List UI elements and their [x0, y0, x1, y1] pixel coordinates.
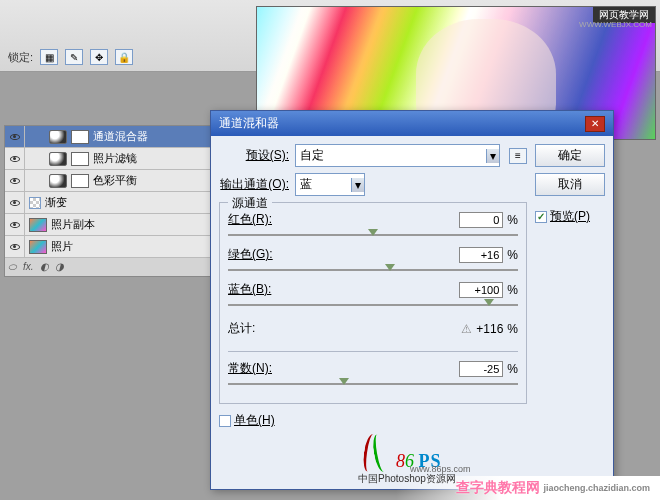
- constant-value-input[interactable]: -25: [459, 361, 503, 377]
- layer-name: 色彩平衡: [93, 173, 137, 188]
- layer-name: 照片: [51, 239, 73, 254]
- layer-row[interactable]: 渐变: [5, 192, 213, 214]
- adjustment-icon[interactable]: ◑: [55, 261, 64, 273]
- red-label: 红色(R):: [228, 211, 272, 228]
- footer-url: jiaocheng.chazidian.com: [543, 483, 650, 493]
- layers-footer: ⬭ fx. ◐ ◑: [5, 258, 213, 276]
- fx-icon[interactable]: fx.: [23, 261, 34, 273]
- blue-label: 蓝色(B):: [228, 281, 271, 298]
- layer-name: 照片滤镜: [93, 151, 137, 166]
- constant-label: 常数(N):: [228, 360, 272, 377]
- group-title: 源通道: [228, 195, 272, 212]
- layer-row[interactable]: 照片副本: [5, 214, 213, 236]
- preset-value: 自定: [300, 147, 324, 164]
- mask-thumbnail: [71, 174, 89, 188]
- blue-value-input[interactable]: +100: [459, 282, 503, 298]
- preset-combobox[interactable]: 自定 ▾: [295, 144, 500, 167]
- source-channels-group: 源通道 红色(R): 0% 绿色(G): +16%: [219, 202, 527, 404]
- layer-name: 通道混合器: [93, 129, 148, 144]
- divider: [228, 351, 518, 352]
- preview-checkbox[interactable]: ✓ 预览(P): [535, 208, 605, 225]
- chevron-down-icon: ▾: [351, 178, 364, 192]
- output-channel-value: 蓝: [300, 176, 312, 193]
- red-value-input[interactable]: 0: [459, 212, 503, 228]
- lock-position-icon[interactable]: ✥: [90, 49, 108, 65]
- slider-thumb[interactable]: [368, 229, 378, 236]
- eye-icon[interactable]: [10, 200, 20, 206]
- red-slider-row: 红色(R): 0%: [228, 211, 518, 236]
- red-slider[interactable]: [228, 234, 518, 236]
- output-channel-label: 输出通道(O):: [219, 176, 289, 193]
- checkbox-icon: [219, 415, 231, 427]
- lock-pixels-icon[interactable]: ▦: [40, 49, 58, 65]
- watermark-url: WWW.WEBJX.COM: [579, 20, 652, 29]
- mask-thumbnail: [71, 152, 89, 166]
- eye-icon[interactable]: [10, 156, 20, 162]
- gradient-thumbnail: [29, 197, 41, 209]
- preview-label: 预览(P): [550, 208, 590, 225]
- eye-icon[interactable]: [10, 222, 20, 228]
- green-slider-row: 绿色(G): +16%: [228, 246, 518, 271]
- percent-unit: %: [507, 283, 518, 297]
- eye-icon[interactable]: [10, 244, 20, 250]
- percent-unit: %: [507, 362, 518, 376]
- warning-icon: ⚠: [461, 322, 472, 336]
- dialog-title-text: 通道混和器: [219, 115, 279, 132]
- percent-unit: %: [507, 213, 518, 227]
- close-icon[interactable]: ✕: [585, 116, 605, 132]
- eye-icon[interactable]: [10, 134, 20, 140]
- monochrome-label: 单色(H): [234, 412, 275, 429]
- green-value-input[interactable]: +16: [459, 247, 503, 263]
- ok-button[interactable]: 确定: [535, 144, 605, 167]
- adjustment-thumbnail: [49, 174, 67, 188]
- layers-panel: 通道混合器 照片滤镜 色彩平衡 渐变 照片副本 照片 ⬭ fx. ◐ ◑: [4, 125, 214, 277]
- footer-text: 查字典教程网: [456, 479, 540, 497]
- output-channel-combobox[interactable]: 蓝 ▾: [295, 173, 365, 196]
- blue-slider[interactable]: [228, 304, 518, 306]
- green-label: 绿色(G):: [228, 246, 273, 263]
- constant-slider[interactable]: [228, 383, 518, 385]
- preset-menu-icon[interactable]: ≡: [509, 148, 527, 164]
- preset-label: 预设(S):: [219, 147, 289, 164]
- lock-brush-icon[interactable]: ✎: [65, 49, 83, 65]
- constant-slider-row: 常数(N): -25%: [228, 360, 518, 385]
- adjustment-thumbnail: [49, 152, 67, 166]
- layer-row[interactable]: 照片滤镜: [5, 148, 213, 170]
- image-thumbnail: [29, 218, 47, 232]
- percent-unit: %: [507, 322, 518, 336]
- slider-thumb[interactable]: [484, 299, 494, 306]
- total-label: 总计:: [228, 320, 255, 337]
- layer-name: 渐变: [45, 195, 67, 210]
- mask-thumbnail: [71, 130, 89, 144]
- link-icon[interactable]: ⬭: [8, 261, 17, 273]
- channel-mixer-dialog: 通道混和器 ✕ 预设(S): 自定 ▾ ≡ 输出通道(O): 蓝 ▾ 源通道: [210, 110, 614, 490]
- layer-row[interactable]: 通道混合器: [5, 126, 213, 148]
- percent-unit: %: [507, 248, 518, 262]
- lock-label: 锁定:: [8, 50, 33, 65]
- chevron-down-icon: ▾: [486, 149, 499, 163]
- monochrome-checkbox[interactable]: 单色(H): [219, 412, 275, 429]
- layer-row[interactable]: 照片: [5, 236, 213, 258]
- footer-watermark: 查字典教程网 jiaocheng.chazidian.com: [396, 476, 660, 500]
- green-slider[interactable]: [228, 269, 518, 271]
- dialog-titlebar[interactable]: 通道混和器 ✕: [211, 111, 613, 136]
- layer-name: 照片副本: [51, 217, 95, 232]
- cancel-button[interactable]: 取消: [535, 173, 605, 196]
- adjustment-thumbnail: [49, 130, 67, 144]
- lock-all-icon[interactable]: 🔒: [115, 49, 133, 65]
- image-thumbnail: [29, 240, 47, 254]
- mask-icon[interactable]: ◐: [40, 261, 49, 273]
- layer-row[interactable]: 色彩平衡: [5, 170, 213, 192]
- blue-slider-row: 蓝色(B): +100%: [228, 281, 518, 306]
- eye-icon[interactable]: [10, 178, 20, 184]
- slider-thumb[interactable]: [385, 264, 395, 271]
- slider-thumb[interactable]: [339, 378, 349, 385]
- total-value: +116: [476, 322, 503, 336]
- checkbox-icon: ✓: [535, 211, 547, 223]
